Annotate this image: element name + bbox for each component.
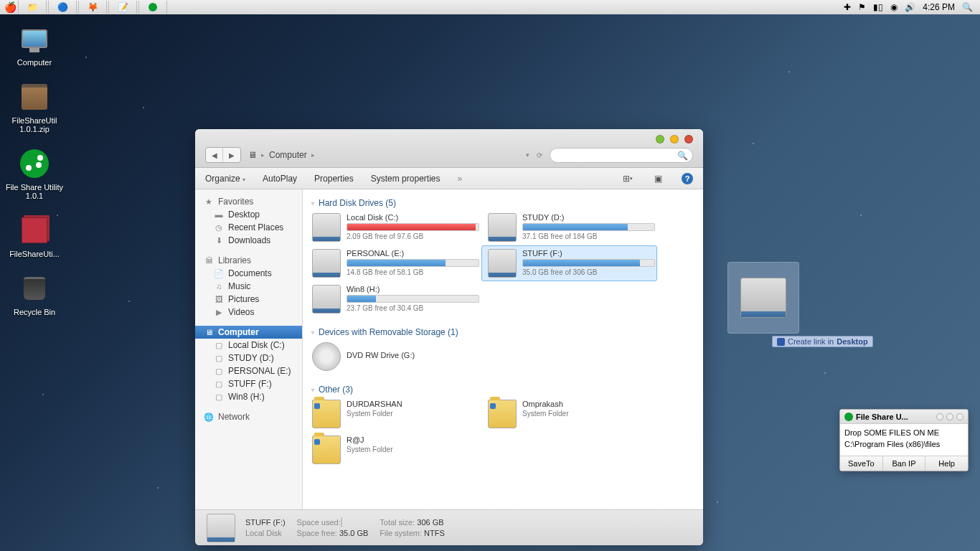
titlebar[interactable]: ◀ ▶ 🖥 ▸ Computer ▸ ▾ ⟳ 🔍: [195, 129, 703, 168]
sidebar-item-drive-e[interactable]: ▢PERSONAL (E:): [195, 364, 302, 377]
drive-item[interactable]: STUDY (D:) 37.1 GB free of 184 GB: [481, 209, 657, 245]
notes-dock-icon[interactable]: 📝: [108, 1, 137, 14]
minimize-button[interactable]: [656, 135, 664, 143]
sidebar-item-drive-f[interactable]: ▢STUFF (F:): [195, 377, 302, 390]
section-removable-header[interactable]: ▿Devices with Removable Storage (1): [306, 326, 700, 339]
organize-menu[interactable]: Organize ▾: [205, 174, 245, 184]
saveto-button[interactable]: SaveTo: [840, 456, 883, 471]
share-icon: [844, 413, 853, 421]
folder-icon: [312, 400, 341, 428]
back-button[interactable]: ◀: [206, 148, 223, 162]
sidebar-item-music[interactable]: ♫Music: [195, 280, 302, 293]
util-maximize-button[interactable]: [946, 413, 953, 420]
desktop-icon-fileshare[interactable]: FileShareUti...: [4, 213, 65, 258]
system-properties-button[interactable]: System properties: [371, 174, 440, 184]
help-button[interactable]: Help: [925, 456, 968, 471]
spotlight-icon[interactable]: 🔍: [959, 2, 976, 12]
other-item[interactable]: DURDARSHAN System Folder: [306, 396, 481, 432]
sidebar-item-computer[interactable]: 🖥Computer: [195, 326, 302, 339]
share-dock-icon[interactable]: [138, 1, 167, 14]
drive-usage-bar: [347, 295, 479, 303]
chrome-dock-icon[interactable]: 🔵: [48, 1, 77, 14]
statusbar: STUFF (F:) Space used: Total size: 306 G…: [195, 509, 703, 545]
util-titlebar[interactable]: File Share U...: [840, 410, 968, 424]
flag-tray-icon[interactable]: ⚑: [855, 2, 869, 12]
firefox-dock-icon[interactable]: 🦊: [78, 1, 107, 14]
drive-icon: [207, 514, 235, 542]
drive-usage-bar: [522, 259, 655, 267]
download-icon: ⬇: [214, 235, 224, 245]
drive-item[interactable]: STUFF (F:) 35.0 GB free of 306 GB: [481, 245, 657, 281]
desktop-icons: Computer FileShareUtil 1.0.1.zip File Sh…: [4, 22, 65, 329]
autoplay-button[interactable]: AutoPlay: [263, 174, 297, 184]
desktop-icon-zip[interactable]: FileShareUtil 1.0.1.zip: [4, 80, 65, 133]
folder-sub: System Folder: [522, 410, 651, 418]
drive-item[interactable]: PERSONAL (E:) 14.8 GB free of 58.1 GB: [306, 245, 481, 281]
wifi-tray-icon[interactable]: ◉: [887, 2, 900, 12]
status-drive-type: Local Disk: [245, 529, 286, 537]
help-icon[interactable]: ?: [682, 173, 693, 184]
refresh-icon[interactable]: ⟳: [537, 151, 542, 159]
util-minimize-button[interactable]: [936, 413, 943, 420]
sidebar-item-videos[interactable]: ▶Videos: [195, 306, 302, 319]
music-icon: ♫: [214, 281, 224, 291]
view-options-icon[interactable]: ⊞▾: [621, 172, 634, 185]
sidebar-item-drive-c[interactable]: ▢Local Disk (C:): [195, 339, 302, 352]
menubar: 🍎 📁 🔵 🦊 📝 ✚ ⚑ ▮▯ ◉ 🔊 4:26 PM 🔍: [0, 0, 980, 14]
removable-item[interactable]: DVD RW Drive (G:): [306, 339, 481, 375]
drive-item[interactable]: Local Disk (C:) 2.09 GB free of 97.6 GB: [306, 209, 481, 245]
maximize-button[interactable]: [670, 135, 679, 143]
sidebar-item-pictures[interactable]: 🖼Pictures: [195, 293, 302, 306]
sidebar-favorites-header[interactable]: ★Favorites: [195, 195, 302, 208]
sidebar-item-documents[interactable]: 📄Documents: [195, 267, 302, 280]
drive-icon: ▢: [214, 392, 224, 402]
battery-tray-icon[interactable]: ▮▯: [870, 2, 886, 12]
clock[interactable]: 4:26 PM: [920, 2, 958, 12]
sidebar-libraries-header[interactable]: 🏛Libraries: [195, 254, 302, 267]
document-icon: 📄: [214, 268, 224, 278]
volume-tray-icon[interactable]: 🔊: [902, 2, 918, 12]
drive-name: Win8 (H:): [347, 285, 479, 293]
add-tray-icon[interactable]: ✚: [841, 2, 854, 12]
more-menu[interactable]: »: [457, 174, 462, 184]
desktop-icon-share-utility[interactable]: File Share Utility 1.0.1: [4, 146, 65, 200]
forward-button[interactable]: ▶: [223, 148, 240, 162]
banip-button[interactable]: Ban IP: [883, 456, 926, 471]
section-other-header[interactable]: ▿Other (3): [306, 383, 700, 396]
sidebar-item-drive-d[interactable]: ▢STUDY (D:): [195, 352, 302, 364]
dropdown-icon[interactable]: ▾: [526, 151, 529, 159]
properties-button[interactable]: Properties: [314, 174, 354, 184]
finder-dock-icon[interactable]: 📁: [18, 1, 47, 14]
sidebar-item-desktop[interactable]: ▬Desktop: [195, 208, 302, 221]
sidebar: ★Favorites ▬Desktop ◷Recent Places ⬇Down…: [195, 189, 303, 509]
search-icon: 🔍: [677, 151, 688, 161]
apple-menu-icon[interactable]: 🍎: [4, 1, 17, 13]
library-icon: 🏛: [204, 255, 214, 265]
collapse-icon: ▿: [311, 387, 314, 393]
drive-icon: ▢: [214, 340, 224, 350]
other-item[interactable]: R@J System Folder: [306, 432, 481, 468]
close-button[interactable]: [684, 135, 693, 143]
search-input[interactable]: 🔍: [550, 148, 693, 163]
drive-item[interactable]: Win8 (H:) 23.7 GB free of 30.4 GB: [306, 281, 481, 317]
picture-icon: 🖼: [214, 294, 224, 304]
other-item[interactable]: Omprakash System Folder: [481, 396, 657, 432]
drag-ghost-drive: [727, 262, 799, 334]
sidebar-item-drive-h[interactable]: ▢Win8 (H:): [195, 390, 302, 403]
preview-pane-icon[interactable]: ▣: [651, 172, 664, 185]
util-close-button[interactable]: [956, 413, 963, 420]
section-hdd-header[interactable]: ▿Hard Disk Drives (5): [306, 197, 700, 209]
content-area: ▿Hard Disk Drives (5) Local Disk (C:) 2.…: [303, 189, 703, 509]
breadcrumb[interactable]: 🖥 ▸ Computer ▸: [248, 150, 519, 160]
drive-icon: [488, 213, 517, 242]
drive-free-text: 23.7 GB free of 30.4 GB: [347, 304, 479, 312]
desktop-icon-recycle-bin[interactable]: Recycle Bin: [4, 271, 65, 316]
desktop-icon-computer[interactable]: Computer: [4, 22, 65, 67]
util-body[interactable]: Drop SOME FILES ON ME C:\Program Files (…: [840, 424, 968, 456]
drive-usage-bar: [347, 223, 479, 231]
sidebar-network-header[interactable]: 🌐Network: [195, 410, 302, 423]
drive-icon: [312, 249, 341, 278]
sidebar-item-downloads[interactable]: ⬇Downloads: [195, 234, 302, 247]
sidebar-item-recent[interactable]: ◷Recent Places: [195, 221, 302, 234]
star-icon: ★: [204, 197, 214, 207]
